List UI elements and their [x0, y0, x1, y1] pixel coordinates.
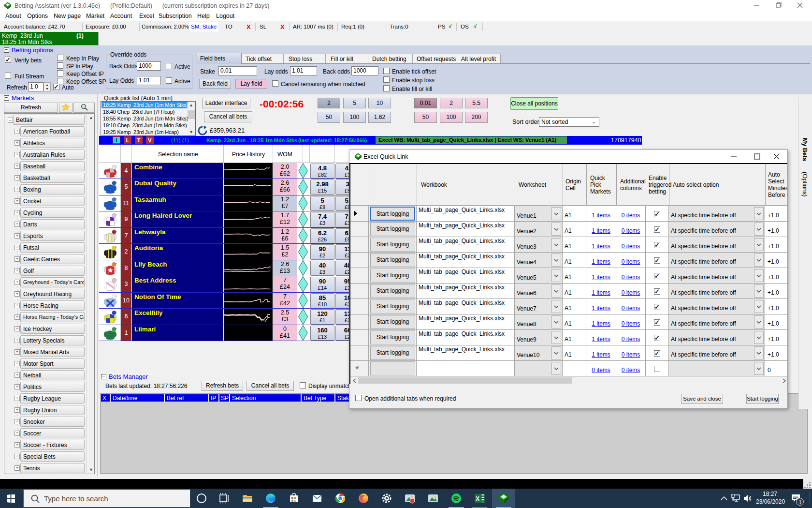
- svg-text:1: 1: [799, 499, 802, 505]
- svg-text:X: X: [476, 495, 479, 502]
